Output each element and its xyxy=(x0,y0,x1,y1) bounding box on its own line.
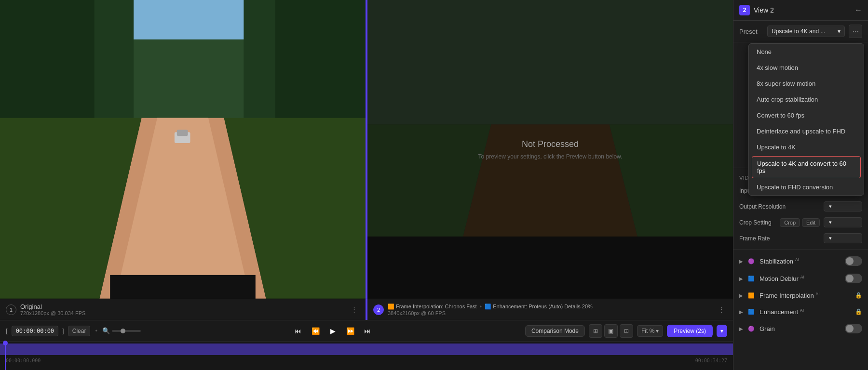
timeline-clip[interactable] xyxy=(0,344,733,355)
left-video-panel xyxy=(0,0,366,299)
zoom-track[interactable] xyxy=(112,330,141,332)
preset-option-upscale-4k[interactable]: Upscale to 4K xyxy=(749,139,864,155)
time-end: 00:00:34:27 xyxy=(695,358,727,363)
crop-edit-buttons: Crop Edit xyxy=(780,218,820,227)
playhead-handle[interactable] xyxy=(3,341,8,345)
play-btn[interactable]: ▶ xyxy=(326,324,339,338)
view-mode-overlay[interactable]: ⊡ xyxy=(620,324,633,338)
output-resolution-dropdown[interactable]: ▾ xyxy=(824,201,862,211)
view-number-badge: 2 xyxy=(739,5,750,15)
grain-toggle[interactable] xyxy=(845,324,862,333)
preset-option-auto-crop[interactable]: Auto crop stabilization xyxy=(749,92,864,107)
clear-button[interactable]: Clear xyxy=(68,326,91,336)
zoom-slider[interactable]: 🔍 xyxy=(102,327,141,334)
enhancement-label: Enhancement AI xyxy=(760,308,851,316)
frame-interpolation-expand[interactable]: ▶ xyxy=(739,293,743,298)
right-video-panel: Not Processed To preview your settings, … xyxy=(367,0,733,299)
time-in-display[interactable]: 00:00:00:00 xyxy=(12,326,58,336)
frame-rate-dropdown[interactable]: ▾ xyxy=(824,233,862,243)
sidebar-collapse-btn[interactable]: ← xyxy=(854,6,862,14)
crop-chevron: ▾ xyxy=(829,219,832,225)
preview-button[interactable]: Preview (2s) xyxy=(667,325,713,337)
crop-setting-row: Crop Setting Crop Edit ▾ xyxy=(733,214,868,230)
frame-interpolation-lock: 🔒 xyxy=(855,292,862,299)
zoom-thumb[interactable] xyxy=(121,329,125,333)
frame-interpolation-row: ▶ 🟧 Frame Interpolation AI 🔒 xyxy=(733,287,868,304)
motion-deblur-icon: 🟦 xyxy=(747,274,756,283)
right-panel-info: 2 🟧 Frame Interpolation: Chronos Fast • … xyxy=(367,299,733,320)
preview-btn-label: Preview (2s) xyxy=(674,328,706,334)
frame-rate-chevron: ▾ xyxy=(829,235,832,241)
time-start: 00:00:00.000 xyxy=(6,358,41,363)
playhead[interactable] xyxy=(5,342,6,370)
preset-dropdown-menu: None 4x slow motion 8x super slow motion… xyxy=(748,43,864,196)
timeline-area[interactable]: 00:00:00.000 00:00:34:27 xyxy=(0,341,733,370)
stabilization-toggle[interactable] xyxy=(845,256,862,266)
bracket-start[interactable]: [ xyxy=(6,327,8,334)
svg-rect-12 xyxy=(110,275,256,299)
edit-button[interactable]: Edit xyxy=(802,218,820,227)
left-video-scene xyxy=(0,0,366,299)
enhancement-row: ▶ 🟦 Enhancement AI 🔒 xyxy=(733,304,868,320)
motion-deblur-label: Motion Deblur AI xyxy=(760,275,841,282)
right-panel-menu-btn[interactable]: ⋮ xyxy=(716,304,727,316)
preview-dropdown-btn[interactable]: ▾ xyxy=(717,325,727,337)
zoom-icon: 🔍 xyxy=(102,327,110,334)
motion-deblur-toggle[interactable] xyxy=(845,274,862,283)
right-panel-number: 2 xyxy=(373,304,384,315)
left-panel-info: 1 Original 720x1280px @ 30.034 FPS ⋮ xyxy=(0,299,367,320)
step-forward-btn[interactable]: ⏩ xyxy=(343,324,357,338)
grain-label: Grain xyxy=(760,325,841,332)
step-back-btn[interactable]: ⏪ xyxy=(309,324,322,338)
grain-icon: 🟣 xyxy=(747,324,756,333)
output-resolution-label: Output Resolution xyxy=(739,203,820,210)
preset-label: Preset xyxy=(739,28,763,35)
frame-interpolation-label: Frame Interpolation AI xyxy=(760,291,851,299)
zoom-fit-chevron: ▾ xyxy=(656,328,659,334)
timeline-timestamps: 00:00:00.000 00:00:34:27 xyxy=(0,357,733,364)
motion-deblur-row: ▶ 🟦 Motion Deblur AI xyxy=(733,270,868,287)
timeline-track[interactable] xyxy=(0,344,733,355)
not-processed-title: Not Processed xyxy=(478,139,623,149)
right-panel-subtitle: 3840x2160px @ 60 FPS xyxy=(388,310,712,316)
frame-interpolation-icon: 🟧 xyxy=(747,291,756,300)
grain-expand[interactable]: ▶ xyxy=(739,326,743,331)
output-resolution-row: Output Resolution ▾ xyxy=(733,198,868,214)
comparison-mode-button[interactable]: Comparison Mode xyxy=(525,325,585,337)
view-mode-grid[interactable]: ⊞ xyxy=(589,324,602,338)
skip-to-end-btn[interactable]: ⏭ xyxy=(361,324,374,338)
preset-more-btn[interactable]: ⋯ xyxy=(849,25,862,38)
crop-setting-label: Crop Setting xyxy=(739,219,776,226)
frame-rate-label: Frame Rate xyxy=(739,235,820,242)
enhancement-expand[interactable]: ▶ xyxy=(739,309,743,315)
panel-divider xyxy=(366,0,367,299)
enhancement-icon: 🟦 xyxy=(747,307,756,316)
sidebar-header: 2 View 2 ← xyxy=(733,0,868,21)
skip-to-start-btn[interactable]: ⏮ xyxy=(291,324,305,338)
features-section: ▶ 🟣 Stabilization AI ▶ 🟦 Motion Deblur A… xyxy=(733,249,868,340)
bracket-end[interactable]: ] xyxy=(62,327,64,334)
transport-controls: ⏮ ⏪ ▶ ⏩ ⏭ xyxy=(291,324,374,338)
preset-chevron: ▾ xyxy=(838,28,841,35)
zoom-fit-label: Fit % xyxy=(641,328,654,334)
crop-dropdown[interactable]: ▾ xyxy=(824,217,862,227)
preset-select-dropdown[interactable]: Upscale to 4K and ... ▾ xyxy=(767,26,845,37)
preset-option-4x-slow[interactable]: 4x slow motion xyxy=(749,60,864,76)
preset-option-upscale-fhd[interactable]: Upscale to FHD conversion xyxy=(749,179,864,195)
svg-rect-11 xyxy=(177,130,188,136)
stabilization-expand[interactable]: ▶ xyxy=(739,259,743,264)
sidebar-view-title: View 2 xyxy=(754,6,851,14)
zoom-fit-dropdown[interactable]: Fit % ▾ xyxy=(637,325,663,337)
svg-rect-15 xyxy=(367,0,733,124)
motion-deblur-expand[interactable]: ▶ xyxy=(739,276,743,281)
preset-option-60fps[interactable]: Convert to 60 fps xyxy=(749,107,864,123)
preset-option-deinterlace[interactable]: Deinterlace and upscale to FHD xyxy=(749,123,864,139)
grain-row: ▶ 🟣 Grain xyxy=(733,320,868,337)
crop-button[interactable]: Crop xyxy=(780,218,800,227)
preset-option-8x-slow[interactable]: 8x super slow motion xyxy=(749,76,864,92)
left-panel-menu-btn[interactable]: ⋮ xyxy=(348,304,360,316)
left-panel-number: 1 xyxy=(6,304,16,315)
preset-option-upscale-4k-60fps[interactable]: Upscale to 4K and convert to 60 fps xyxy=(752,156,861,178)
view-mode-split[interactable]: ▣ xyxy=(604,324,618,338)
preset-option-none[interactable]: None xyxy=(749,44,864,60)
